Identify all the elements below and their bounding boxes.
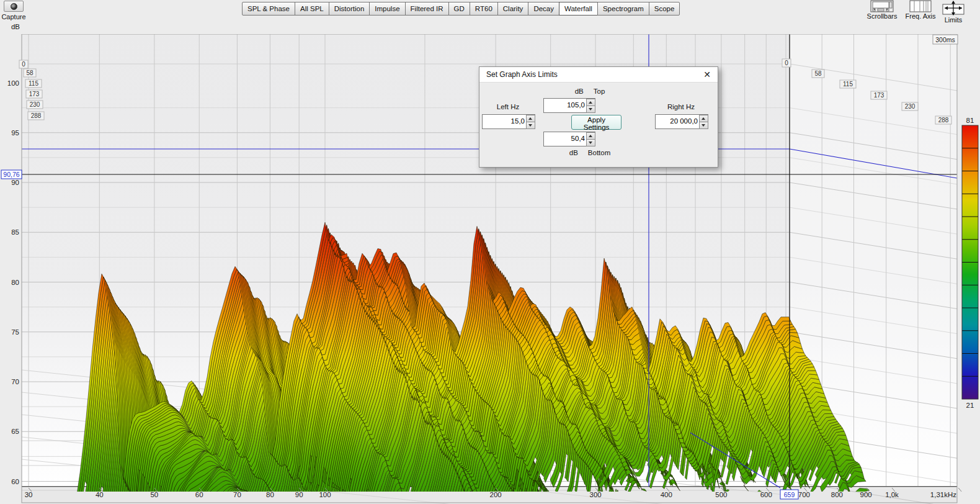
scrollbars-button[interactable]: Scrollbars	[866, 0, 898, 20]
tab-gd[interactable]: GD	[448, 2, 470, 16]
right-hz-input[interactable]	[656, 115, 699, 127]
left-hz-input[interactable]	[483, 115, 526, 127]
db-top-field	[543, 98, 595, 113]
freq-tick-label: 900	[860, 491, 872, 498]
db-tick-label: 65	[11, 428, 19, 435]
freq-tick-label: 30	[25, 491, 33, 498]
tab-impulse[interactable]: Impulse	[369, 2, 405, 16]
tab-decay[interactable]: Decay	[528, 2, 559, 16]
capture-button[interactable]	[4, 1, 24, 12]
db-tick-label: 100	[7, 79, 19, 87]
db-tick-label: 95	[11, 129, 19, 137]
capture-icon	[11, 3, 17, 10]
apply-settings-button[interactable]: Apply Settings	[571, 115, 621, 130]
limits-icon	[939, 0, 968, 16]
db-top-input[interactable]	[544, 99, 586, 111]
left-hz-spinner	[526, 115, 535, 128]
tab-filtered-ir[interactable]: Filtered IR	[405, 2, 449, 16]
freq-tick-label: 70	[233, 491, 241, 498]
freq-tick-label: 300	[589, 491, 601, 498]
db-top-label: dBTop	[543, 88, 636, 95]
cursor-db-label: 90,76	[3, 171, 19, 178]
freq-axis-button[interactable]: Freq. Axis	[903, 0, 938, 20]
button-label: Scrollbars	[866, 12, 898, 20]
time-tick-label: 115	[29, 80, 38, 87]
scrollbars-icon	[866, 0, 898, 12]
cursor-freq-label: 659	[784, 491, 795, 498]
legend-bottom-label: 21	[966, 402, 974, 409]
freq-tick-label: 200	[490, 491, 502, 498]
time-tick-label: 288	[938, 117, 949, 124]
freq-tick-label: 800	[831, 491, 843, 498]
freq-tick-label: 100	[319, 491, 331, 498]
tab-spectrogram[interactable]: Spectrogram	[597, 2, 649, 16]
time-tick-label: 58	[26, 70, 33, 76]
time-tick-label: 173	[29, 91, 40, 97]
graph-tab-strip: SPL & PhaseAll SPLDistortionImpulseFilte…	[242, 2, 680, 16]
time-tick-label: 115	[843, 81, 853, 88]
db-bottom-input[interactable]	[544, 132, 586, 145]
left-hz-field	[482, 114, 535, 129]
freq-tick-label: 40	[96, 491, 104, 498]
freq-tick-label: 80	[266, 491, 274, 498]
time-tick-label: 173	[874, 92, 884, 99]
freq-tick-label: 500	[715, 491, 727, 498]
right-hz-label: Right Hz	[655, 103, 707, 110]
tab-scope[interactable]: Scope	[649, 2, 680, 16]
right-hz-spinner	[699, 115, 708, 128]
time-tick-label: 0	[785, 60, 788, 66]
dialog-title-bar[interactable]: Set Graph Axis Limits ✕	[479, 67, 718, 83]
tab-all-spl[interactable]: All SPL	[295, 2, 329, 16]
set-graph-axis-limits-dialog: Set Graph Axis Limits ✕ dBTop Left Hz Ap…	[479, 66, 718, 168]
db-bottom-label: dBBottom	[543, 149, 636, 156]
freq-tick-label: 700	[798, 491, 810, 498]
tab-waterfall[interactable]: Waterfall	[559, 2, 598, 16]
left-hz-label: Left Hz	[482, 103, 534, 110]
tab-rt60[interactable]: RT60	[470, 2, 498, 16]
time-tick-label: 58	[814, 70, 822, 77]
limits-button[interactable]: Limits	[939, 0, 968, 24]
db-axis-title: dB	[4, 23, 20, 30]
button-label: Limits	[939, 16, 968, 24]
tab-clarity[interactable]: Clarity	[497, 2, 529, 16]
time-tick-label: 288	[31, 112, 42, 119]
freq-tick-label: 50	[150, 491, 158, 498]
tab-distortion[interactable]: Distortion	[329, 2, 370, 16]
color-scale-legend: 8121	[962, 117, 978, 409]
time-window-label: 300ms	[935, 36, 955, 43]
freq-axis-icon	[903, 0, 938, 12]
right-hz-field	[655, 114, 708, 129]
time-tick-label: 230	[905, 103, 915, 110]
db-tick-label: 75	[11, 328, 19, 336]
close-icon[interactable]: ✕	[703, 69, 711, 80]
freq-tick-label: 1,31kHz	[930, 491, 956, 498]
spin-down-button[interactable]	[699, 122, 708, 129]
spin-down-button[interactable]	[586, 106, 595, 113]
spin-down-button[interactable]	[526, 122, 535, 129]
legend-top-label: 81	[966, 117, 974, 124]
db-bottom-field	[543, 132, 595, 146]
capture-label: Capture	[1, 13, 26, 20]
freq-tick-label: 60	[195, 491, 203, 498]
freq-tick-label: 600	[760, 491, 772, 498]
db-bottom-spinner	[586, 132, 595, 146]
button-label: Freq. Axis	[903, 12, 938, 20]
freq-tick-label: 1,0k	[885, 491, 899, 498]
freq-tick-label: 90	[295, 491, 303, 498]
db-top-spinner	[586, 99, 595, 112]
db-tick-label: 85	[11, 228, 19, 236]
dialog-title: Set Graph Axis Limits	[486, 70, 558, 79]
db-tick-label: 80	[11, 279, 19, 286]
db-tick-label: 90	[11, 179, 19, 186]
db-tick-label: 70	[11, 378, 19, 385]
freq-tick-label: 400	[661, 491, 672, 498]
tab-spl-phase[interactable]: SPL & Phase	[242, 2, 295, 16]
db-tick-label: 60	[11, 478, 19, 485]
time-tick-label: 230	[30, 101, 40, 108]
capture-control: Capture	[1, 1, 26, 20]
spin-down-button[interactable]	[586, 139, 595, 146]
time-tick-label: 0	[22, 61, 25, 68]
